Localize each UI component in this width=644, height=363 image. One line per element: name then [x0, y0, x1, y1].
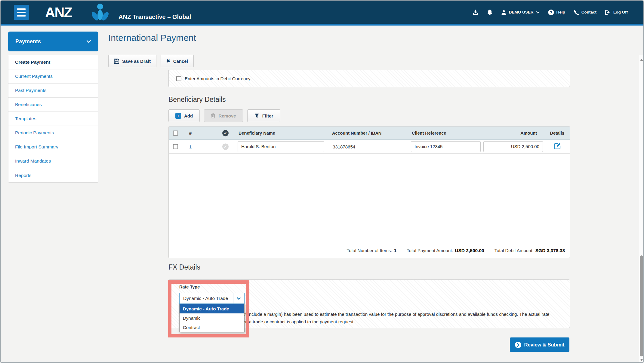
close-icon: ✖ [166, 58, 170, 64]
dropdown-option-contract[interactable]: Contract [180, 323, 244, 332]
app-window: ANZ ANZ Transactive – Global DEMO USER ?… [0, 0, 644, 363]
total-debit-value: SGD 3,378.38 [535, 248, 565, 253]
validated-check-icon: ✓ [222, 130, 229, 136]
sidebar-item-create-payment[interactable]: Create Payment [8, 55, 98, 69]
logoff-label: Log Off [613, 10, 628, 14]
column-client-reference: Client Reference [412, 131, 446, 136]
column-number: # [189, 131, 192, 136]
edit-details-icon[interactable] [553, 142, 561, 151]
beneficiary-actions: + Add Remove Filter [168, 109, 280, 122]
save-icon [114, 59, 119, 64]
save-as-draft-label: Save as Draft [122, 59, 151, 64]
contact-label: Contact [581, 10, 596, 14]
dropdown-option-dynamic[interactable]: Dynamic [180, 313, 244, 323]
cancel-button[interactable]: ✖ Cancel [161, 55, 194, 67]
table-empty-body [169, 154, 570, 243]
column-beneficiary-name: Beneficiary Name [239, 131, 275, 136]
total-payment-value: USD 2,500.00 [455, 248, 484, 253]
filter-button[interactable]: Filter [247, 109, 280, 122]
column-account-number: Account Number / IBAN [332, 131, 381, 136]
enter-amounts-debit-currency-label: Enter Amounts in Debit Currency [185, 76, 250, 81]
beneficiary-table: # ✓ Beneficiary Name Account Number / IB… [168, 126, 570, 258]
row-validated-check-icon: ✓ [222, 143, 229, 150]
page-toolbar: Save as Draft ✖ Cancel [108, 55, 194, 67]
rate-type-label: Rate Type [179, 285, 200, 289]
remove-label: Remove [218, 113, 236, 118]
account-number-value: 331878654 [333, 144, 355, 149]
plus-icon: + [175, 113, 181, 119]
trash-icon [211, 113, 215, 118]
help-link[interactable]: ? Help [548, 9, 565, 15]
user-menu[interactable]: DEMO USER [501, 10, 540, 15]
rate-type-select[interactable]: Dynamic - Auto Trade [179, 293, 245, 304]
scrollbar-down-arrow[interactable] [640, 359, 643, 361]
chevron-down-icon [86, 40, 91, 43]
add-label: Add [184, 113, 193, 118]
remove-button[interactable]: Remove [204, 109, 243, 122]
rate-type-selected-value: Dynamic - Auto Trade [183, 296, 228, 301]
logoff-icon [605, 10, 611, 15]
client-reference-input[interactable] [411, 141, 481, 152]
logoff-link[interactable]: Log Off [605, 10, 628, 15]
anz-lotus-icon [91, 2, 109, 24]
scrollbar-up-arrow[interactable] [640, 59, 643, 61]
amount-input[interactable] [483, 141, 543, 152]
chevron-down-icon [237, 297, 241, 300]
beneficiary-name-input[interactable] [238, 141, 324, 152]
filter-label: Filter [262, 113, 273, 118]
fx-details-panel: An indicative rate (which does not inclu… [168, 279, 570, 328]
sidebar-item-file-import-summary[interactable]: File Import Summary [8, 140, 98, 154]
cancel-label: Cancel [173, 59, 188, 64]
dropdown-option-dynamic-auto-trade[interactable]: Dynamic - Auto Trade [180, 304, 244, 313]
user-icon [501, 10, 507, 15]
row-number: 1 [189, 144, 192, 149]
hamburger-menu-icon[interactable] [14, 5, 29, 20]
header-actions: DEMO USER ? Help Contact Log Off [473, 1, 628, 24]
user-name-label: DEMO USER [509, 10, 534, 14]
add-button[interactable]: + Add [168, 109, 200, 122]
select-all-checkbox[interactable] [173, 130, 178, 136]
arrow-right-circle-icon: ❯ [515, 342, 521, 348]
download-icon[interactable] [473, 9, 479, 15]
table-header-row: # ✓ Beneficiary Name Account Number / IB… [169, 127, 570, 140]
anz-logo: ANZ [45, 4, 72, 20]
total-debit-label: Total Debit Amount: [495, 248, 534, 253]
table-totals-row: Total Number of Items:1 Total Payment Am… [169, 243, 570, 258]
sidebar-section-label: Payments [15, 38, 41, 45]
total-items-label: Total Number of Items: [347, 248, 392, 253]
review-submit-button[interactable]: ❯ Review & Submit [510, 337, 569, 352]
sidebar: Payments Create Payment Current Payments… [8, 32, 98, 183]
sidebar-item-beneficiaries[interactable]: Beneficiaries [8, 98, 98, 112]
column-details: Details [550, 131, 564, 136]
sidebar-item-inward-mandates[interactable]: Inward Mandates [8, 154, 98, 168]
total-payment-label: Total Payment Amount: [407, 248, 453, 253]
column-amount: Amount [520, 131, 537, 136]
sidebar-item-reports[interactable]: Reports [8, 168, 98, 182]
sidebar-item-current-payments[interactable]: Current Payments [8, 69, 98, 84]
vertical-scrollbar-thumb[interactable] [640, 255, 643, 356]
rate-type-dropdown-list: Dynamic - Auto Trade Dynamic Contract [179, 304, 245, 332]
help-icon: ? [548, 9, 554, 15]
beneficiary-details-heading: Beneficiary Details [168, 96, 226, 104]
fx-details-heading: FX Details [168, 263, 200, 271]
table-row: 1 ✓ 331878654 [169, 140, 570, 154]
page-title: International Payment [108, 33, 196, 43]
select-chevron-button[interactable] [233, 293, 244, 304]
enter-amounts-debit-currency-checkbox[interactable] [176, 76, 181, 81]
save-as-draft-button[interactable]: Save as Draft [108, 55, 156, 67]
app-title: ANZ Transactive – Global [119, 14, 191, 20]
phone-icon [574, 10, 579, 15]
sidebar-item-periodic-payments[interactable]: Periodic Payments [8, 126, 98, 140]
filter-icon [254, 113, 259, 118]
sidebar-payments-toggle[interactable]: Payments [8, 32, 98, 51]
sidebar-item-templates[interactable]: Templates [8, 112, 98, 126]
svg-text:?: ? [550, 10, 552, 14]
notifications-bell-icon[interactable] [487, 9, 493, 15]
chevron-down-icon [536, 11, 540, 14]
sidebar-item-past-payments[interactable]: Past Payments [8, 84, 98, 98]
debit-currency-panel: Enter Amounts in Debit Currency [168, 70, 570, 87]
row-select-checkbox[interactable] [173, 144, 178, 149]
sidebar-menu: Create Payment Current Payments Past Pay… [8, 55, 98, 183]
review-submit-label: Review & Submit [524, 342, 565, 348]
contact-link[interactable]: Contact [574, 10, 596, 15]
